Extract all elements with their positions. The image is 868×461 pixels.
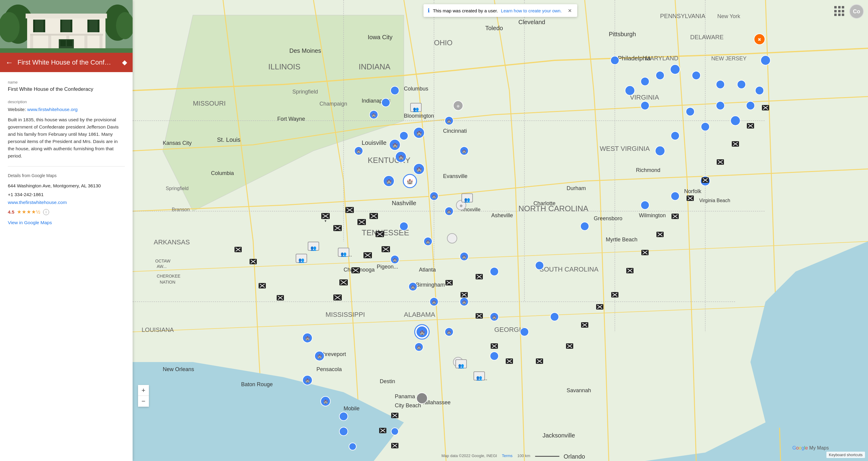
svg-point-177 (701, 122, 710, 131)
back-button[interactable]: ← (5, 59, 13, 66)
svg-text:🏰: 🏰 (462, 255, 466, 259)
svg-point-186 (670, 64, 680, 74)
view-in-google-maps-link[interactable]: View in Google Maps (8, 220, 125, 225)
svg-point-173 (671, 192, 679, 200)
svg-point-184 (641, 77, 649, 86)
svg-text:ARKANSAS: ARKANSAS (154, 238, 190, 246)
svg-text:Nashville: Nashville (392, 200, 416, 206)
svg-text:🏰: 🏰 (462, 149, 466, 153)
svg-text:🏰: 🏰 (305, 336, 310, 340)
svg-rect-19 (0, 48, 133, 53)
svg-text:🏰: 🏰 (420, 330, 425, 335)
svg-text:Evansville: Evansville (443, 173, 467, 179)
svg-point-191 (761, 56, 770, 65)
svg-text:NATION: NATION (160, 280, 176, 285)
svg-rect-20 (33, 20, 35, 32)
svg-point-179 (746, 102, 755, 110)
svg-text:👥: 👥 (299, 257, 304, 263)
svg-text:Cincinnati: Cincinnati (443, 128, 467, 134)
svg-text:Asheville: Asheville (491, 212, 513, 219)
svg-point-319 (416, 393, 427, 404)
svg-text:👥: 👥 (458, 363, 464, 369)
close-info-button[interactable]: ✕ (568, 8, 572, 13)
svg-rect-9 (89, 20, 98, 32)
user-avatar[interactable]: Co (849, 4, 864, 19)
svg-point-164 (349, 443, 356, 450)
svg-text:MISSOURI: MISSOURI (193, 99, 226, 107)
svg-text:Philadelphia: Philadelphia (618, 55, 651, 62)
info-icon: ℹ (428, 7, 430, 14)
svg-text:LOUISIANA: LOUISIANA (142, 326, 174, 333)
svg-text:Columbus: Columbus (404, 86, 428, 92)
svg-text:Wilmington: Wilmington (639, 212, 666, 219)
description-label: description (8, 99, 125, 104)
svg-text:Toledo: Toledo (485, 25, 503, 31)
svg-rect-17 (60, 40, 66, 46)
keyboard-shortcuts[interactable]: Keyboard shortcuts (827, 452, 865, 458)
apps-grid-button[interactable] (834, 6, 845, 17)
website2-link[interactable]: www.thefirstwhitehouse.com (8, 200, 67, 205)
left-panel: ← First White House of the Conf… ◆ name … (0, 0, 133, 461)
details-section-title: Details from Google Maps (8, 173, 125, 178)
svg-rect-15 (30, 34, 103, 36)
svg-text:Louisville: Louisville (362, 139, 386, 146)
svg-point-192 (611, 56, 619, 64)
svg-point-193 (381, 98, 390, 107)
svg-point-176 (671, 132, 679, 140)
svg-text:Savannah: Savannah (567, 387, 591, 394)
svg-rect-6 (26, 13, 107, 19)
svg-text:MISSISSIPPI: MISSISSIPPI (326, 311, 365, 318)
svg-text:🏰: 🏰 (417, 345, 421, 349)
svg-text:Virginia Beach: Virginia Beach (699, 198, 730, 203)
svg-text:NEW JERSEY: NEW JERSEY (711, 56, 747, 62)
top-right-icons: Co (834, 4, 864, 19)
svg-text:WEST VIRGINIA: WEST VIRGINIA (600, 145, 650, 152)
svg-text:🏰: 🏰 (432, 194, 436, 199)
website-prefix: Website: (8, 107, 27, 112)
svg-text:🏰: 🏰 (393, 143, 398, 148)
svg-text:Norfolk: Norfolk (684, 188, 702, 194)
terms-link[interactable]: Terms (502, 454, 513, 458)
svg-text:🏰: 🏰 (426, 239, 430, 244)
svg-point-135 (400, 222, 408, 231)
content-area: name First White House of the Confederac… (0, 72, 133, 461)
svg-text:🏰: 🏰 (407, 179, 413, 184)
svg-point-167 (520, 328, 529, 336)
svg-text:🏰: 🏰 (356, 149, 361, 153)
svg-text:Pigeon...: Pigeon... (377, 264, 398, 270)
svg-text:👥: 👥 (310, 245, 316, 251)
panel-title: First White House of the Conf… (18, 59, 118, 66)
svg-text:🏰: 🏰 (432, 300, 436, 304)
svg-rect-24 (87, 20, 89, 32)
svg-point-185 (656, 71, 664, 80)
svg-text:Atlanta: Atlanta (419, 267, 436, 273)
address-line: 644 Washington Ave, Montgomery, AL 36130 (8, 182, 125, 189)
svg-text:🏰: 🏰 (447, 209, 451, 213)
svg-text:🏰: 🏰 (393, 258, 397, 262)
svg-rect-23 (70, 20, 72, 32)
learn-how-link[interactable]: Learn how to create your own. (501, 8, 562, 13)
map-data-text: Map data ©2022 Google, INEGI (441, 454, 497, 458)
svg-text:🏰: 🏰 (492, 315, 496, 319)
svg-text:🏰: 🏰 (386, 179, 392, 184)
zoom-out-button[interactable]: − (138, 396, 149, 407)
svg-point-187 (692, 71, 701, 80)
stars-display: ★★★★½ (17, 209, 41, 215)
svg-text:OHIO: OHIO (434, 39, 453, 47)
rating-info-button[interactable]: i (43, 209, 49, 215)
svg-text:Des Moines: Des Moines (289, 47, 321, 54)
scale-label: 100 km (518, 454, 530, 458)
nav-icon[interactable]: ◆ (122, 59, 127, 66)
svg-text:New York: New York (717, 13, 741, 19)
name-value: First White House of the Confederacy (8, 86, 125, 93)
svg-rect-7 (35, 20, 44, 32)
website-link[interactable]: www.firstwhitehouse.org (27, 107, 78, 112)
svg-text:Pensacola: Pensacola (316, 366, 342, 372)
zoom-in-button[interactable]: + (138, 385, 149, 396)
svg-text:👥: 👥 (413, 107, 419, 112)
google-mymaps-logo: Google My Maps (792, 445, 829, 451)
svg-text:Fort Wayne: Fort Wayne (277, 116, 305, 122)
svg-text:City Beach: City Beach (395, 402, 421, 408)
svg-text:🏰: 🏰 (462, 300, 466, 304)
svg-text:✖: ✖ (758, 37, 761, 42)
